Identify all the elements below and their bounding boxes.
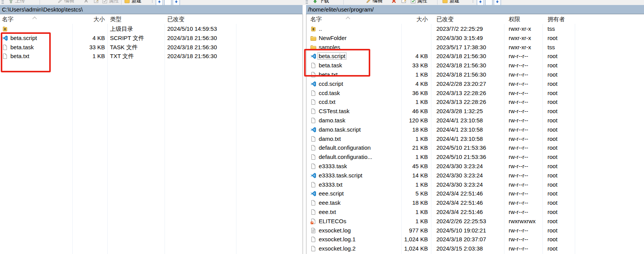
file-row[interactable]: exsocket.log.11,024 KB2024/3/18 20:37:07… xyxy=(306,235,644,244)
file-icon xyxy=(310,62,316,69)
file-perms-cell: rw-r--r-- xyxy=(504,107,542,116)
transfer-up-toggle-button[interactable] xyxy=(477,0,484,5)
file-row[interactable]: beta.script4 KBSCRIPT 文件2024/3/18 21:56:… xyxy=(0,33,303,43)
file-owner-cell: root xyxy=(542,152,575,162)
properties-button[interactable]: 属性 xyxy=(102,0,119,5)
column-header-owner[interactable]: 拥有者 xyxy=(542,14,575,24)
file-row[interactable]: CSTest.task46 KB2024/3/28 1:32:25rw-r--r… xyxy=(306,107,644,116)
file-owner-cell: root xyxy=(542,207,575,217)
file-name-label: NewFolder xyxy=(318,35,348,41)
local-path-bar[interactable]: C:\Users\admin\Desktop\testcs\ xyxy=(0,5,303,14)
transfer-blank-toggle-button[interactable] xyxy=(485,0,493,5)
file-row[interactable]: damo.task.script18 KB2024/4/1 23:10:58rw… xyxy=(306,125,644,134)
file-size-cell: 33 KB xyxy=(401,61,431,70)
file-row[interactable]: damo.task120 KB2024/4/1 23:10:58rw-r--r-… xyxy=(306,116,644,125)
file-size-cell: 1 KB xyxy=(401,70,431,79)
folder-up-icon xyxy=(2,26,8,32)
file-name-cell xyxy=(0,24,72,33)
new-button[interactable]: 新建 xyxy=(124,0,141,5)
file-row[interactable]: eee.task18 KB2024/3/4 22:51:46rw-r--r--r… xyxy=(306,198,644,207)
file-name-label: damo.task.script xyxy=(318,126,361,133)
file-row[interactable]: beta.task33 KBTASK 文件2024/3/18 21:56:30 xyxy=(0,43,303,52)
delete-x-icon xyxy=(391,0,396,3)
file-row[interactable]: eee.txt1 KB2024/3/4 22:51:46rw-r--r--roo… xyxy=(306,207,644,217)
file-row[interactable]: eee.script5 KB2024/3/4 22:51:46rw-r--r--… xyxy=(306,189,644,198)
file-size-cell: 36 KB xyxy=(401,89,431,98)
file-size-cell: 1 KB xyxy=(72,52,107,61)
remote-path-text: /home/elite/user/program/ xyxy=(308,6,374,13)
remote-path-bar[interactable]: /home/elite/user/program/ xyxy=(306,5,644,14)
file-row[interactable]: beta.task33 KB2024/3/18 21:56:30rw-r--r-… xyxy=(306,61,644,70)
file-size-cell: 45 KB xyxy=(401,162,431,171)
column-header-changed[interactable]: 已改变 xyxy=(431,14,504,24)
file-row[interactable]: beta.txt1 KB2024/3/18 21:56:30rw-r--r--r… xyxy=(306,70,644,79)
file-row[interactable]: default.configuratio...1 KB2024/5/10 21:… xyxy=(306,152,644,162)
file-name-label: CSTest.task xyxy=(318,108,350,114)
file-perms-cell: rw-r--r-- xyxy=(504,134,542,144)
file-row[interactable]: e3333.txt1 KB2024/3/30 3:23:24rw-r--r--r… xyxy=(306,180,644,189)
file-name-cell: damo.task xyxy=(306,116,401,125)
column-header-size[interactable]: 大小 xyxy=(401,14,431,24)
file-name-cell: default.configuration xyxy=(306,143,401,152)
transfer-up-toggle-button[interactable] xyxy=(156,0,163,5)
file-row[interactable]: ELITECOs1 KB2024/2/26 22:25:53rwxrwxrwxr… xyxy=(306,217,644,226)
file-row[interactable]: ccd.txt1 KB2024/3/13 22:28:26rw-r--r--ro… xyxy=(306,97,644,107)
file-row[interactable]: samples2023/5/17 17:38:30rwxr-xr-xtss xyxy=(306,43,644,52)
file-row[interactable]: exsocket.log977 KB2024/5/10 19:02:21rw-r… xyxy=(306,226,644,235)
file-changed-cell: 2024/4/1 23:10:58 xyxy=(431,116,504,125)
delete-button[interactable] xyxy=(84,0,88,5)
file-name-cell: ccd.task xyxy=(306,89,401,98)
toolbar-overflow-dots: ⁝ xyxy=(472,0,474,5)
blue-down-arrow-icon xyxy=(496,0,499,3)
file-row[interactable]: beta.script4 KB2024/3/18 21:56:30rw-r--r… xyxy=(306,52,644,61)
vscode-icon xyxy=(310,190,316,197)
file-owner-cell: root xyxy=(542,134,575,144)
transfer-down-toggle-button[interactable] xyxy=(173,0,180,5)
file-perms-cell: rw-r--r-- xyxy=(504,180,542,189)
file-row[interactable]: exsocket.log.21,024 KB2024/3/15 2:03:38r… xyxy=(306,244,644,253)
upload-button[interactable]: 上传 xyxy=(8,0,25,5)
file-name-cell: eee.task xyxy=(306,198,401,207)
file-perms-cell: rw-r--r-- xyxy=(504,52,542,61)
file-row[interactable]: default.configuration21 KB2024/5/10 21:5… xyxy=(306,143,644,152)
download-button[interactable]: 下载 xyxy=(313,0,329,5)
file-name-label: .. xyxy=(318,25,323,32)
file-changed-cell: 2024/3/13 22:28:26 xyxy=(431,89,504,98)
file-perms-cell: rw-r--r-- xyxy=(504,143,542,152)
file-owner-cell: root xyxy=(542,61,575,70)
rename-icon xyxy=(401,0,407,3)
file-row[interactable]: e3333.task.script14 KB2024/3/30 3:23:24r… xyxy=(306,171,644,180)
file-size-cell: 1 KB xyxy=(401,134,431,144)
transfer-down-toggle-button[interactable] xyxy=(494,0,501,5)
file-row[interactable]: ..2023/7/2 22:25:29rwxr-xr-xtss xyxy=(306,24,644,33)
transfer-blank-toggle-button[interactable] xyxy=(164,0,171,5)
file-row[interactable]: beta.txt1 KBTXT 文件2024/3/18 21:56:30 xyxy=(0,52,303,61)
file-row[interactable]: 上级目录2024/5/10 14:59:53 xyxy=(0,24,303,33)
file-row[interactable]: NewFolder2024/3/30 3:15:49rwxr-xr-xroot xyxy=(306,33,644,43)
file-row[interactable]: e3333.task45 KB2024/3/30 3:23:24rw-r--r-… xyxy=(306,162,644,171)
edit-button[interactable]: 编辑 xyxy=(366,0,383,5)
file-size-cell: 1,024 KB xyxy=(401,235,431,244)
column-header-type[interactable]: 类型 xyxy=(107,14,165,24)
rename-button[interactable] xyxy=(401,0,407,5)
file-perms-cell: rw-r--r-- xyxy=(504,125,542,134)
file-row[interactable]: ccd.task36 KB2024/3/13 22:28:26rw-r--r--… xyxy=(306,89,644,98)
rename-button[interactable] xyxy=(94,0,99,5)
file-icon xyxy=(310,236,316,242)
column-header-perms[interactable]: 权限 xyxy=(504,14,542,24)
edit-button[interactable]: 编辑 xyxy=(58,0,74,5)
file-name-cell: e3333.txt xyxy=(306,180,401,189)
column-header-changed[interactable]: 已改变 xyxy=(165,14,238,24)
file-perms-cell: rw-r--r-- xyxy=(504,70,542,79)
column-header-size[interactable]: 大小 xyxy=(72,14,107,24)
file-name-cell: CSTest.task xyxy=(306,107,401,116)
toolbar-separator xyxy=(121,0,121,5)
file-row[interactable]: damo.txt1 KB2024/4/1 23:10:58rw-r--r--ro… xyxy=(306,134,644,144)
delete-button[interactable] xyxy=(391,0,396,5)
panel-splitter[interactable] xyxy=(303,5,306,254)
properties-button[interactable]: 属性 xyxy=(411,0,427,5)
new-button[interactable]: 新建 xyxy=(442,0,459,5)
file-row[interactable]: ccd.script4 KB2024/2/28 23:20:27rw-r--r-… xyxy=(306,79,644,89)
column-header-name[interactable]: 名字 xyxy=(306,14,401,24)
file-size-cell: 14 KB xyxy=(401,171,431,180)
